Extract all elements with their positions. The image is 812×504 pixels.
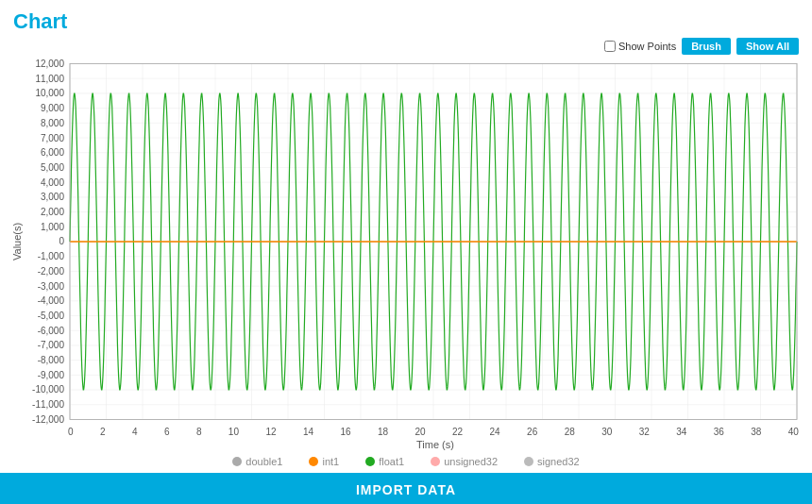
y-tick: 6,000 xyxy=(26,147,64,158)
x-tick: 24 xyxy=(490,427,500,437)
y-tick: -8,000 xyxy=(26,355,64,365)
x-tick: 40 xyxy=(788,427,799,437)
legend-item: signed32 xyxy=(524,456,580,467)
y-tick: -12,000 xyxy=(26,414,64,425)
y-tick: -4,000 xyxy=(26,295,64,306)
legend-dot xyxy=(365,457,375,466)
y-tick: -9,000 xyxy=(26,370,64,380)
x-tick: 14 xyxy=(303,427,313,437)
y-tick: 0 xyxy=(26,236,64,246)
y-tick: -6,000 xyxy=(26,326,64,336)
legend-item: unsigned32 xyxy=(431,456,498,467)
y-tick: -3,000 xyxy=(26,281,64,292)
y-tick: 3,000 xyxy=(26,192,64,202)
show-points-checkbox[interactable] xyxy=(604,41,616,52)
x-ticks: 0246810121416182022242628303234363840 xyxy=(9,427,803,437)
x-axis-label: Time (s) xyxy=(9,439,803,450)
y-tick: 1,000 xyxy=(26,222,64,232)
chart-svg xyxy=(68,59,803,425)
x-tick: 6 xyxy=(164,427,170,437)
legend-dot xyxy=(232,457,242,466)
x-tick: 4 xyxy=(132,427,138,437)
x-tick: 22 xyxy=(452,427,463,437)
x-tick: 16 xyxy=(340,427,350,437)
x-tick: 0 xyxy=(68,427,74,437)
legend-dot xyxy=(524,457,533,466)
x-tick: 26 xyxy=(527,427,537,437)
x-tick: 12 xyxy=(265,427,276,437)
controls: Show Points Brush Show All xyxy=(9,38,803,55)
show-all-button[interactable]: Show All xyxy=(736,38,799,55)
chart-svg-container xyxy=(68,59,803,425)
x-tick: 36 xyxy=(714,427,724,437)
legend-label: unsigned32 xyxy=(444,456,498,467)
x-tick: 18 xyxy=(378,427,388,437)
legend-dot xyxy=(309,457,318,466)
y-axis-label: Value(s) xyxy=(9,59,25,425)
legend-label: int1 xyxy=(322,456,339,467)
y-tick: 5,000 xyxy=(26,162,64,173)
y-tick: 2,000 xyxy=(26,207,64,217)
y-tick: -11,000 xyxy=(26,399,64,410)
legend: double1int1float1unsigned32signed32 xyxy=(9,450,803,471)
y-tick: 9,000 xyxy=(26,103,64,113)
x-axis-area: 0246810121416182022242628303234363840 Ti… xyxy=(9,425,803,450)
brush-button[interactable]: Brush xyxy=(682,38,731,55)
x-tick: 38 xyxy=(751,427,761,437)
x-tick: 30 xyxy=(601,427,612,437)
chart-wrapper: Value(s) 12,00011,00010,0009,0008,0007,0… xyxy=(9,59,803,425)
y-tick: 12,000 xyxy=(26,59,64,69)
x-tick: 20 xyxy=(415,427,426,437)
y-tick: -2,000 xyxy=(26,266,64,277)
x-tick: 34 xyxy=(676,427,686,437)
show-points-text: Show Points xyxy=(618,41,676,52)
legend-label: float1 xyxy=(379,456,404,467)
y-tick: 4,000 xyxy=(26,177,64,188)
chart-area: Show Points Brush Show All Value(s) 12,0… xyxy=(0,38,812,471)
x-tick: 10 xyxy=(228,427,239,437)
y-tick: -10,000 xyxy=(26,384,64,395)
y-tick: 8,000 xyxy=(26,118,64,128)
y-tick: -5,000 xyxy=(26,311,64,321)
legend-label: double1 xyxy=(245,456,282,467)
y-tick: 10,000 xyxy=(26,88,64,98)
legend-dot xyxy=(431,457,440,466)
y-ticks: 12,00011,00010,0009,0008,0007,0006,0005,… xyxy=(26,59,68,425)
show-points-label[interactable]: Show Points xyxy=(604,41,676,52)
legend-item: float1 xyxy=(365,456,404,467)
header: Chart xyxy=(0,0,812,38)
x-tick: 2 xyxy=(100,427,106,437)
x-tick: 32 xyxy=(639,427,650,437)
legend-label: signed32 xyxy=(537,456,580,467)
legend-item: double1 xyxy=(232,456,282,467)
x-tick: 8 xyxy=(196,427,202,437)
x-tick: 28 xyxy=(565,427,575,437)
y-tick: 7,000 xyxy=(26,133,64,143)
import-button[interactable]: IMPORT DATA xyxy=(0,473,812,504)
y-tick: -1,000 xyxy=(26,251,64,261)
page-title: Chart xyxy=(13,9,799,34)
y-tick: -7,000 xyxy=(26,340,64,350)
legend-item: int1 xyxy=(309,456,339,467)
app: Chart Show Points Brush Show All Value(s… xyxy=(0,0,812,504)
y-tick: 11,000 xyxy=(26,74,64,84)
